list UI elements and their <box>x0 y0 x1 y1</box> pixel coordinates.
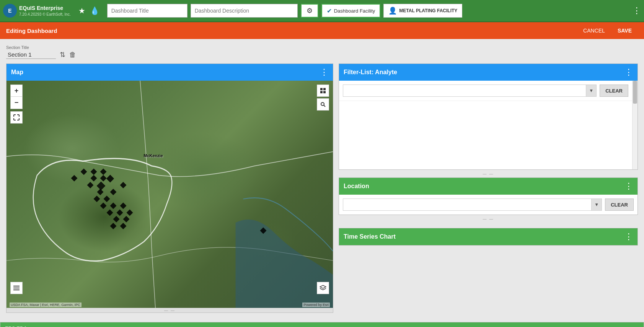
map-marker <box>90 175 97 182</box>
favorites-icon[interactable]: ★ <box>78 6 85 15</box>
expand-button[interactable] <box>10 111 23 124</box>
map-search-button[interactable] <box>317 98 329 111</box>
facility-check-icon: ✔ <box>327 7 332 15</box>
map-marker <box>123 216 130 223</box>
bottom-widget-title: EPC EDA ... <box>5 325 639 327</box>
resize-dots-3: — — <box>483 217 494 221</box>
resize-dots-2: — — <box>483 172 494 176</box>
filter-analyte-clear-button[interactable]: CLEAR <box>600 85 628 97</box>
edit-actions: CANCEL SAVE <box>577 28 638 34</box>
bottom-widget-header: EPC EDA ... <box>0 322 644 327</box>
location-select-wrapper: ▼ <box>343 198 602 211</box>
metal-label: METAL PLATING FACILITY <box>399 8 457 13</box>
map-title: Map <box>11 69 320 76</box>
map-container[interactable]: McKenzie + − <box>7 81 333 308</box>
metal-plating-button[interactable]: 👤 METAL PLATING FACILITY <box>383 4 462 18</box>
grid-icon <box>320 88 326 94</box>
map-marker <box>100 175 107 182</box>
location-timeseries-resize-handle[interactable]: — — <box>339 216 638 221</box>
map-mckenzie-label: McKenzie <box>143 153 163 158</box>
layers-icon <box>320 285 326 291</box>
map-marker <box>90 168 97 175</box>
svg-rect-0 <box>320 88 323 90</box>
svg-rect-6 <box>13 286 20 286</box>
filter-analyte-input[interactable] <box>343 85 587 97</box>
svg-point-4 <box>321 102 324 106</box>
grid-button[interactable] <box>317 85 329 97</box>
logo-letter: E <box>8 8 11 14</box>
timeseries-header: Time Series Chart ⋮ <box>339 228 637 245</box>
svg-line-5 <box>324 105 325 107</box>
map-marker <box>81 168 87 175</box>
filter-analyte-dropdown[interactable]: ▼ <box>586 85 597 97</box>
svg-rect-8 <box>13 290 20 290</box>
timeseries-title: Time Series Chart <box>344 233 624 240</box>
map-marker <box>110 202 116 209</box>
cancel-button[interactable]: CANCEL <box>577 28 611 34</box>
zoom-out-button[interactable]: − <box>10 97 23 109</box>
filter-location-resize-handle[interactable]: — — <box>339 171 638 176</box>
filter-analyte-body: ▼ CLEAR <box>339 81 632 101</box>
main-content: Map ⋮ <box>0 59 644 319</box>
map-marker <box>97 189 103 195</box>
logo-circle: E <box>3 4 17 18</box>
location-dots[interactable]: ⋮ <box>624 181 633 191</box>
map-widget-header: Map ⋮ <box>7 64 333 81</box>
expand-icon <box>13 114 20 121</box>
map-layers-button[interactable] <box>317 282 329 294</box>
gear-icon: ⚙ <box>307 7 313 15</box>
sort-icon[interactable]: ⇅ <box>60 50 65 59</box>
resize-dots: — — <box>164 308 175 312</box>
editing-bar: Editing Dashboard CANCEL SAVE <box>0 22 644 39</box>
zoom-in-button[interactable]: + <box>10 85 23 97</box>
scrollbar-thumb <box>633 81 637 104</box>
map-marker <box>71 175 77 182</box>
filter-analyte-scroll-container: ▼ CLEAR <box>339 81 637 169</box>
search-icon <box>320 101 326 107</box>
map-controls-topleft: + − <box>10 85 23 124</box>
map-more-dots[interactable]: ⋮ <box>320 67 328 77</box>
app-version: 7.20.4.20293 © EarthSoft, Inc. <box>19 12 71 17</box>
map-marker <box>260 228 267 234</box>
location-clear-button[interactable]: CLEAR <box>605 198 634 211</box>
settings-button[interactable]: ⚙ <box>301 4 318 18</box>
map-road-overlay <box>7 81 333 308</box>
delete-section-icon[interactable]: 🗑 <box>69 51 76 59</box>
metal-user-icon: 👤 <box>388 7 397 15</box>
map-marker <box>100 168 107 175</box>
dashboard-description-input[interactable] <box>191 4 298 18</box>
map-marker <box>117 209 123 216</box>
dashboard-facility-button[interactable]: ✔ Dashboard Facility <box>321 4 381 18</box>
save-button[interactable]: SAVE <box>611 28 638 34</box>
timeseries-dots[interactable]: ⋮ <box>624 232 633 242</box>
map-widget: Map ⋮ <box>6 63 333 313</box>
map-menu-button[interactable] <box>10 282 23 294</box>
dashboard-title-input[interactable] <box>107 4 187 18</box>
section-title-input[interactable] <box>6 50 56 59</box>
filter-analyte-content: ▼ CLEAR <box>339 81 632 169</box>
drop-icon[interactable]: 💧 <box>90 6 99 15</box>
bottom-partial-widget: EPC EDA ... <box>0 322 644 327</box>
map-marker <box>120 202 126 209</box>
logo-text: EQuIS Enterprise 7.20.4.20293 © EarthSof… <box>19 5 71 16</box>
map-markers <box>7 81 333 308</box>
map-marker <box>87 182 94 189</box>
map-resize-handle[interactable]: — — <box>7 308 333 312</box>
map-marker <box>107 209 113 216</box>
filter-select-wrapper: ▼ <box>343 85 597 97</box>
svg-rect-7 <box>13 288 20 288</box>
map-marker <box>126 209 133 216</box>
filter-analyte-header: Filter-List: Analyte ⋮ <box>339 64 637 81</box>
section-input-row: ⇅ 🗑 <box>6 50 638 59</box>
filter-analyte-widget: Filter-List: Analyte ⋮ ▼ CLEAR <box>339 63 638 170</box>
filter-analyte-list[interactable] <box>339 101 632 169</box>
location-dropdown[interactable]: ▼ <box>591 198 602 211</box>
location-widget: Location ⋮ ▼ CLEAR <box>339 177 638 215</box>
filter-analyte-scrollbar[interactable] <box>632 81 637 169</box>
location-input[interactable] <box>343 198 592 211</box>
dropdown-arrow-icon: ▼ <box>589 88 593 93</box>
filter-analyte-dots[interactable]: ⋮ <box>624 67 633 77</box>
nav-more-dots[interactable]: ⋮ <box>633 6 641 16</box>
map-marker <box>120 223 126 229</box>
app-logo[interactable]: E EQuIS Enterprise 7.20.4.20293 © EarthS… <box>3 4 71 18</box>
